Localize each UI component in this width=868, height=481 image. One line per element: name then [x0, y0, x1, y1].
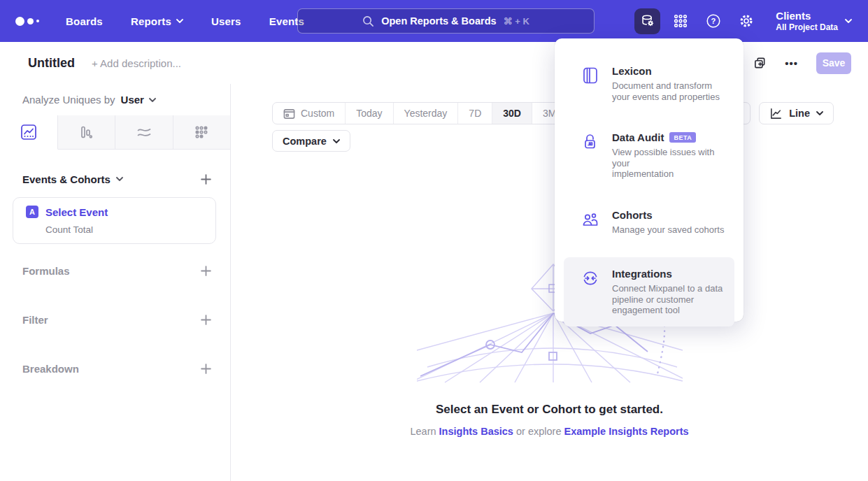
bar-chart-icon — [78, 124, 94, 140]
nav-reports[interactable]: Reports — [131, 15, 183, 27]
chevron-down-icon — [116, 177, 123, 181]
calendar-icon — [283, 108, 295, 120]
compare-dropdown[interactable]: Compare — [272, 130, 350, 152]
duplicate-report-button[interactable] — [753, 57, 767, 70]
title-bar-actions: ••• Save — [753, 42, 851, 84]
app-root: Boards Reports Users Events Open Reports… — [0, 0, 868, 481]
example-reports-link[interactable]: Example Insights Reports — [564, 426, 688, 437]
add-description-field[interactable]: + Add description... — [92, 57, 181, 69]
beta-badge: BETA — [669, 132, 696, 143]
database-gear-icon — [639, 13, 656, 29]
chevron-down-icon — [176, 19, 183, 23]
tab-flow-chart[interactable] — [115, 115, 173, 150]
empty-state-title: Select an Event or Cohort to get started… — [436, 403, 663, 417]
chart-type-dropdown[interactable]: Line — [759, 102, 834, 124]
plus-icon — [200, 363, 212, 375]
tab-line-chart[interactable] — [0, 115, 58, 150]
mixpanel-logo-icon[interactable] — [15, 17, 39, 26]
breakdown-label: Breakdown — [22, 363, 79, 375]
event-series-badge: A — [26, 206, 38, 218]
analyze-row: Analyze Uniques by User — [0, 84, 230, 115]
data-management-button[interactable] — [634, 8, 660, 34]
empty-state: Select an Event or Cohort to get started… — [231, 261, 868, 437]
report-title[interactable]: Untitled — [28, 56, 75, 71]
nav-boards[interactable]: Boards — [66, 15, 103, 27]
account-name: Clients — [776, 10, 838, 22]
events-cohorts-header: Events & Cohorts — [22, 170, 212, 188]
filter-label: Filter — [22, 314, 48, 326]
help-icon: ? — [705, 13, 722, 29]
date-range-7d[interactable]: 7D — [458, 103, 492, 124]
data-management-menu: Lexicon Document and transform your even… — [555, 38, 744, 322]
date-range-yesterday[interactable]: Yesterday — [394, 103, 459, 124]
query-sidebar: Analyze Uniques by User — [0, 84, 231, 481]
chart-type-tabs — [0, 115, 230, 150]
line-chart-axis-icon — [769, 107, 783, 120]
date-range-30d[interactable]: 30D — [492, 103, 532, 124]
date-toolbar: Custom Today Yesterday 7D 30D 3M 6M — [272, 102, 834, 124]
apps-grid-button[interactable] — [667, 8, 693, 34]
menu-item-lexicon[interactable]: Lexicon Document and transform your even… — [564, 59, 734, 108]
add-formula-button[interactable] — [200, 265, 212, 277]
events-cohorts-toggle[interactable]: Events & Cohorts — [22, 173, 123, 185]
help-button[interactable]: ? — [700, 8, 726, 34]
copy-plus-icon — [753, 57, 767, 70]
analyze-label: Analyze Uniques by — [22, 94, 115, 106]
select-event-label[interactable]: Select Event — [45, 206, 108, 218]
integrations-sync-icon — [581, 269, 599, 287]
nav-users[interactable]: Users — [211, 15, 241, 27]
empty-state-subtitle: Learn Insights Basics or explore Example… — [410, 426, 688, 437]
lexicon-book-icon — [581, 66, 599, 85]
svg-text:?: ? — [711, 17, 716, 25]
formulas-label: Formulas — [22, 265, 70, 277]
menu-item-data-audit[interactable]: Data Audit BETA View possible issues wit… — [564, 126, 734, 185]
grid-dots-icon — [672, 13, 689, 29]
search-shortcut: ⌘ + K — [504, 16, 529, 27]
save-button[interactable]: Save — [816, 52, 851, 74]
chevron-down-icon — [149, 98, 156, 102]
menu-item-integrations[interactable]: Integrations Connect Mixpanel to a data … — [564, 257, 734, 326]
global-search-input[interactable]: Open Reports & Boards ⌘ + K — [297, 8, 595, 34]
menu-item-cohorts[interactable]: Cohorts Manage your saved cohorts — [564, 203, 734, 241]
primary-nav: Boards Reports Users Events — [66, 15, 304, 27]
plus-icon — [200, 265, 212, 277]
breakdown-section: Breakdown — [22, 358, 212, 379]
gear-icon — [738, 13, 755, 29]
formulas-section: Formulas — [22, 260, 212, 281]
plus-icon — [200, 173, 212, 185]
tab-metric-chart[interactable] — [173, 115, 231, 150]
filter-section: Filter — [22, 309, 212, 330]
chevron-down-icon — [816, 111, 823, 115]
metric-dots-icon — [194, 124, 209, 140]
add-event-button[interactable] — [200, 173, 212, 185]
more-options-button[interactable]: ••• — [785, 57, 798, 69]
chevron-down-icon — [845, 19, 852, 23]
insights-basics-link[interactable]: Insights Basics — [439, 426, 513, 437]
search-icon — [362, 15, 374, 27]
line-chart-icon — [21, 124, 36, 140]
date-range-picker: Custom Today Yesterday 7D 30D 3M 6M — [272, 102, 603, 124]
navbar-right: ? Clients All Project Data — [634, 0, 868, 42]
cohorts-users-icon — [581, 210, 599, 229]
event-card[interactable]: A Select Event Count Total — [13, 197, 216, 244]
settings-button[interactable] — [733, 8, 759, 34]
tab-bar-chart[interactable] — [58, 115, 116, 150]
data-audit-lock-icon — [581, 133, 599, 151]
analyze-by-dropdown[interactable]: User — [121, 94, 156, 106]
account-switcher[interactable]: Clients All Project Data — [776, 10, 852, 33]
account-project: All Project Data — [776, 22, 838, 33]
date-range-custom[interactable]: Custom — [273, 103, 346, 124]
top-navbar: Boards Reports Users Events Open Reports… — [0, 0, 868, 42]
chevron-down-icon — [333, 139, 340, 143]
report-canvas: Custom Today Yesterday 7D 30D 3M 6M — [231, 84, 868, 481]
plus-icon — [200, 314, 212, 326]
search-placeholder: Open Reports & Boards — [381, 15, 496, 27]
flow-icon — [136, 124, 152, 140]
date-range-today[interactable]: Today — [346, 103, 393, 124]
event-count-type[interactable]: Count Total — [45, 224, 206, 235]
add-filter-button[interactable] — [200, 314, 212, 326]
add-breakdown-button[interactable] — [200, 363, 212, 375]
